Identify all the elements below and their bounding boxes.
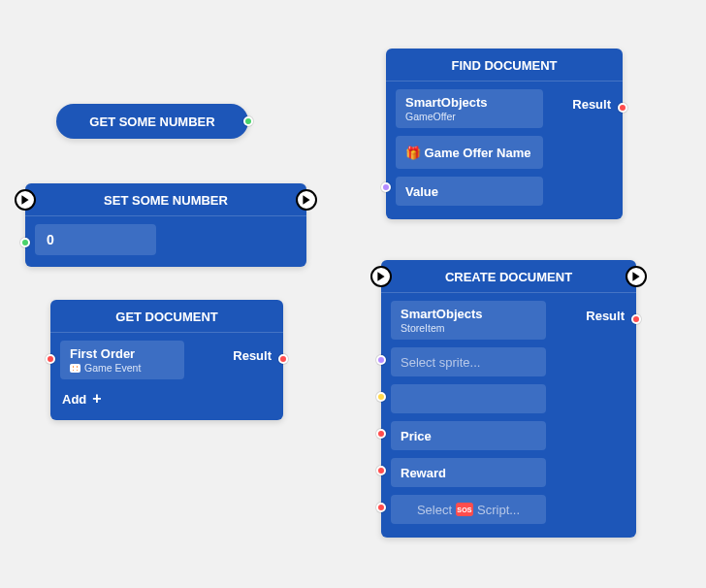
node-body: 0 [25,216,306,267]
result-label: Result [572,97,611,112]
node-title: GET SOME NUMBER [89,114,214,129]
node-create-document[interactable]: CREATE DOCUMENT SmartObjects StoreItem S… [381,260,636,538]
number-input[interactable]: 0 [35,224,156,255]
reward-port[interactable] [376,466,386,475]
script-prefix: Select [417,503,452,517]
output-port[interactable] [243,116,253,126]
field-label: Value [405,184,533,199]
result-label: Result [586,309,625,323]
sprite-field[interactable]: Select sprite... [391,347,546,376]
result-port[interactable] [631,314,641,324]
script-field[interactable]: Select SOS Script... [391,495,546,524]
result-port[interactable] [618,103,627,113]
field-sub: GameOffer [405,111,533,122]
field-sub: StoreItem [401,322,536,334]
plus-icon: + [92,391,101,407]
value-field[interactable]: Value [396,177,543,206]
add-label: Add [62,392,86,407]
node-body: SmartObjects StoreItem Select sprite... … [381,293,636,538]
flow-in-port[interactable] [15,189,36,211]
field-sub: Game Event [70,362,175,374]
placeholder-text: Select sprite... [401,355,536,370]
node-body: First Order Game Event Result Add + [50,333,283,420]
flow-in-port[interactable] [370,266,392,287]
field3-port[interactable] [376,392,386,402]
node-set-some-number[interactable]: SET SOME NUMBER 0 [25,183,306,267]
field-label: Price [401,429,536,443]
price-field[interactable]: Price [391,421,546,450]
node-title-row: SET SOME NUMBER [25,183,306,216]
node-title: SET SOME NUMBER [104,193,228,208]
script-suffix: Script... [477,503,520,517]
result-port[interactable] [278,354,288,364]
node-body: SmartObjects GameOffer 🎁 Game Offer Name… [386,82,623,219]
grid-icon [70,364,80,373]
game-offer-name-field[interactable]: 🎁 Game Offer Name [396,136,543,169]
value-in-port[interactable] [381,182,391,192]
script-port[interactable] [376,503,386,512]
node-get-some-number[interactable]: GET SOME NUMBER [56,104,248,139]
flow-out-port[interactable] [296,189,317,211]
smartobjects-field[interactable]: SmartObjects GameOffer [396,89,543,128]
node-title: CREATE DOCUMENT [445,270,572,284]
price-port[interactable] [376,429,386,439]
node-title-row: CREATE DOCUMENT [381,260,636,293]
input-port[interactable] [46,354,55,364]
number-value: 0 [47,232,54,247]
reward-field[interactable]: Reward [391,458,546,487]
result-label: Result [233,348,272,363]
node-title: GET DOCUMENT [115,310,217,324]
node-title-row: FIND DOCUMENT [386,49,623,82]
node-title-row: GET DOCUMENT [50,300,283,333]
node-get-document[interactable]: GET DOCUMENT First Order Game Event Resu… [50,300,283,420]
document-field[interactable]: First Order Game Event [60,341,184,379]
field-label: Reward [401,466,536,480]
sos-badge-icon: SOS [456,503,473,516]
empty-field[interactable] [391,384,546,413]
field-label: SmartObjects [401,307,536,321]
field-label: SmartObjects [405,95,533,110]
sprite-port[interactable] [376,355,386,365]
add-button[interactable]: Add + [60,387,273,408]
value-in-port[interactable] [20,238,30,247]
node-find-document[interactable]: FIND DOCUMENT SmartObjects GameOffer 🎁 G… [386,49,623,219]
field-label: First Order [70,346,175,361]
smartobjects-field[interactable]: SmartObjects StoreItem [391,301,546,340]
node-title: FIND DOCUMENT [451,58,557,73]
flow-out-port[interactable] [626,266,647,287]
field-label: 🎁 Game Offer Name [405,146,533,160]
